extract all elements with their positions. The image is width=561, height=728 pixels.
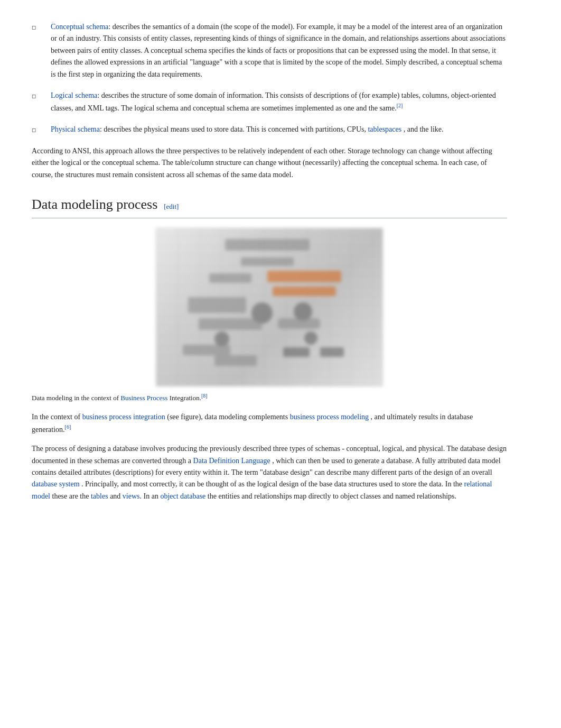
ansi-paragraph: According to ANSI, this approach allows … bbox=[32, 145, 507, 181]
conceptual-schema-text: : describes the semantics of a domain (t… bbox=[51, 23, 506, 78]
logical-schema-link[interactable]: Logical schema bbox=[51, 91, 97, 99]
object-database-link[interactable]: object database bbox=[160, 492, 205, 500]
process-text3: . Principally, and most correctly, it ca… bbox=[80, 480, 464, 488]
data-definition-language-link[interactable]: Data Definition Language bbox=[193, 457, 270, 465]
physical-schema-item: ◻ Physical schema: describes the physica… bbox=[32, 124, 507, 135]
process-paragraph: The process of designing a database invo… bbox=[32, 443, 507, 502]
bullet-char-logical: ◻ bbox=[32, 92, 36, 100]
caption-after-text: Integration. bbox=[167, 394, 201, 402]
physical-schema-text2: , and the like. bbox=[401, 125, 443, 133]
schema-bullet-list: ◻ Conceptual schema: describes the seman… bbox=[32, 21, 507, 136]
business-process-integration-link[interactable]: business process integration bbox=[82, 413, 165, 421]
section-title: Data modeling process bbox=[32, 193, 157, 216]
page-content: ◻ Conceptual schema: describes the seman… bbox=[32, 21, 507, 502]
process-text7: the entities and relationships map direc… bbox=[205, 492, 456, 500]
edit-section-link[interactable]: [edit] bbox=[164, 201, 179, 213]
process-text5: and bbox=[108, 492, 123, 500]
context-before: In the context of bbox=[32, 413, 82, 421]
conceptual-schema-item: ◻ Conceptual schema: describes the seman… bbox=[32, 21, 507, 80]
database-system-link[interactable]: database system bbox=[32, 480, 80, 488]
diagram-image-container bbox=[32, 228, 507, 386]
caption-ref[interactable]: [8] bbox=[201, 393, 208, 399]
conceptual-schema-content: Conceptual schema: describes the semanti… bbox=[51, 21, 507, 80]
bullet-char-conceptual: ◻ bbox=[32, 23, 36, 32]
logical-schema-ref[interactable]: [2] bbox=[397, 103, 403, 108]
caption-before-text: Data modeling in the context of bbox=[32, 394, 120, 402]
context-middle: (see figure), data modeling complements bbox=[165, 413, 290, 421]
logical-schema-item: ◻ Logical schema: describes the structur… bbox=[32, 90, 507, 114]
data-modeling-diagram bbox=[156, 228, 383, 386]
business-process-modeling-link[interactable]: business process modeling bbox=[290, 413, 369, 421]
diagram-caption: Data modeling in the context of Business… bbox=[32, 392, 507, 404]
context-ref[interactable]: [6] bbox=[65, 424, 71, 430]
process-text6: . In an bbox=[140, 492, 161, 500]
tables-link[interactable]: tables bbox=[91, 492, 108, 500]
logical-schema-content: Logical schema: describes the structure … bbox=[51, 90, 507, 114]
views-link[interactable]: views bbox=[123, 492, 140, 500]
physical-schema-content: Physical schema: describes the physical … bbox=[51, 124, 507, 135]
tablespaces-link[interactable]: tablespaces bbox=[368, 125, 401, 133]
business-process-caption-link[interactable]: Business Process bbox=[120, 394, 167, 402]
process-text4: these are the bbox=[50, 492, 91, 500]
bullet-char-physical: ◻ bbox=[32, 126, 36, 134]
physical-schema-text1: : describes the physical means used to s… bbox=[100, 125, 368, 133]
conceptual-schema-link[interactable]: Conceptual schema bbox=[51, 23, 108, 31]
context-paragraph: In the context of business process integ… bbox=[32, 411, 507, 436]
data-modeling-process-heading: Data modeling process [edit] bbox=[32, 193, 507, 218]
logical-schema-text: : describes the structure of some domain… bbox=[51, 91, 496, 112]
physical-schema-link[interactable]: Physical schema bbox=[51, 125, 100, 133]
